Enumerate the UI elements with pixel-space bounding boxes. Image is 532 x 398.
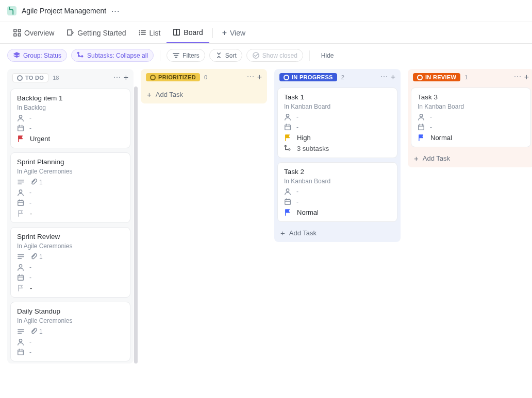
date-row[interactable]: - [418, 124, 524, 131]
subtasks-row[interactable]: 3 subtasks [284, 145, 391, 152]
add-task-label: Add Task [423, 154, 450, 162]
status-pill[interactable]: PRIORITIZED [146, 73, 200, 81]
task-card[interactable]: Sprint ReviewIn Agile Ceremonies1--- [10, 227, 130, 298]
card-location: In Agile Ceremonies [17, 317, 124, 324]
date-row[interactable]: - [284, 198, 391, 205]
assignee-row[interactable]: - [284, 188, 391, 195]
calendar-icon [17, 199, 24, 206]
card-title: Task 2 [284, 168, 391, 176]
svg-point-14 [81, 56, 83, 57]
column-todo: TO DO 18 ··· + Backlog item 1In Backlog-… [7, 69, 134, 364]
priority-row[interactable]: Normal [284, 209, 391, 216]
chip-label: Group: Status [23, 52, 61, 59]
card-title: Task 3 [418, 93, 524, 101]
task-card[interactable]: Backlog item 1In Backlog--Urgent [10, 89, 130, 148]
status-pill[interactable]: IN PROGRESS [279, 73, 337, 81]
tab-label: Getting Started [77, 29, 126, 37]
column-add-icon[interactable]: + [391, 74, 395, 81]
column-body: Task 3In Kanban Board--Normal+Add Task [408, 85, 532, 167]
page-title: Agile Project Management [22, 7, 106, 15]
task-card[interactable]: Task 1In Kanban Board--High3 subtasks [277, 88, 397, 158]
priority-row[interactable]: Urgent [17, 135, 124, 143]
tab-getting-started[interactable]: Getting Started [60, 22, 132, 43]
status-pill[interactable]: TO DO [12, 73, 48, 82]
column-add-icon[interactable]: + [124, 74, 128, 81]
column-menu-icon[interactable]: ··· [514, 74, 522, 81]
assignee-row[interactable]: - [17, 189, 124, 196]
tab-board[interactable]: Board [167, 22, 209, 43]
divider [212, 28, 213, 38]
priority-row[interactable]: High [284, 134, 391, 142]
date-value: - [430, 124, 432, 131]
priority-row[interactable]: - [17, 210, 124, 217]
group-chip[interactable]: Group: Status [7, 49, 67, 62]
flag-icon [284, 134, 292, 142]
layers-icon [13, 51, 21, 59]
tab-overview[interactable]: Overview [7, 22, 60, 43]
svg-point-53 [285, 145, 286, 147]
date-row[interactable]: - [17, 125, 124, 132]
attachment-count: 1 [39, 328, 43, 335]
calendar-icon [284, 198, 291, 205]
date-value: - [29, 274, 31, 281]
task-card[interactable]: Sprint PlanningIn Agile Ceremonies1--- [10, 152, 130, 223]
date-value: - [296, 198, 298, 205]
priority-row[interactable]: - [17, 284, 124, 292]
calendar-icon [17, 274, 24, 281]
column-menu-icon[interactable]: ··· [380, 74, 388, 81]
assignee-row[interactable]: - [418, 113, 524, 120]
subtasks-chip[interactable]: Subtasks: Collapse all [71, 49, 154, 62]
assignee-value: - [296, 188, 298, 195]
subtasks-value: 3 subtasks [297, 145, 329, 152]
priority-value: Urgent [30, 135, 50, 143]
assignee-row[interactable]: - [284, 113, 391, 120]
status-label: IN PROGRESS [292, 74, 333, 80]
column-add-icon[interactable]: + [257, 74, 262, 81]
assignee-row[interactable]: - [17, 338, 124, 345]
column-menu-icon[interactable]: ··· [247, 74, 255, 81]
filters-chip[interactable]: Filters [167, 49, 205, 62]
description-icon [17, 178, 25, 186]
add-task-button[interactable]: +Add Task [141, 85, 267, 103]
overview-icon [13, 29, 21, 37]
description-icon [17, 327, 25, 335]
scrollbar[interactable] [134, 86, 138, 364]
add-task-button[interactable]: +Add Task [408, 149, 532, 167]
date-row[interactable]: - [17, 199, 124, 206]
svg-point-35 [19, 265, 22, 267]
column-body: +Add Task [141, 85, 267, 103]
date-row[interactable]: - [284, 124, 391, 131]
card-title: Task 1 [284, 93, 391, 101]
svg-point-54 [289, 149, 290, 150]
column-add-icon[interactable]: + [524, 74, 529, 81]
add-view-button[interactable]: + View [216, 22, 252, 43]
status-label: TO DO [25, 75, 44, 81]
task-card[interactable]: Task 3In Kanban Board--Normal [411, 88, 531, 147]
svg-rect-3 [18, 33, 21, 36]
date-row[interactable]: - [17, 274, 124, 281]
person-icon [418, 113, 425, 120]
check-circle-icon [252, 51, 260, 59]
column-menu-icon[interactable]: ··· [113, 74, 121, 81]
add-view-label: View [230, 29, 245, 37]
column-count: 1 [464, 74, 468, 80]
task-card[interactable]: Daily StandupIn Agile Ceremonies1-- [10, 302, 130, 361]
svg-rect-1 [18, 29, 21, 32]
description-icon [17, 253, 25, 261]
assignee-row[interactable]: - [17, 114, 124, 122]
show-closed-chip[interactable]: Show closed [246, 49, 303, 62]
attachment-icon [30, 327, 38, 335]
date-value: - [29, 349, 31, 356]
assignee-value: - [29, 189, 31, 196]
plus-icon: + [414, 155, 419, 162]
status-pill[interactable]: IN REVIEW [413, 73, 460, 81]
sort-chip[interactable]: Sort [209, 49, 242, 62]
task-card[interactable]: Task 2In Kanban Board--Normal [277, 162, 397, 222]
priority-row[interactable]: Normal [418, 134, 524, 142]
hide-button[interactable]: Hide [321, 52, 334, 59]
tab-list[interactable]: List [132, 22, 167, 43]
add-task-button[interactable]: +Add Task [274, 224, 401, 242]
assignee-row[interactable]: - [17, 264, 124, 271]
header-more-icon[interactable]: ··· [111, 7, 120, 15]
date-row[interactable]: - [17, 349, 124, 356]
